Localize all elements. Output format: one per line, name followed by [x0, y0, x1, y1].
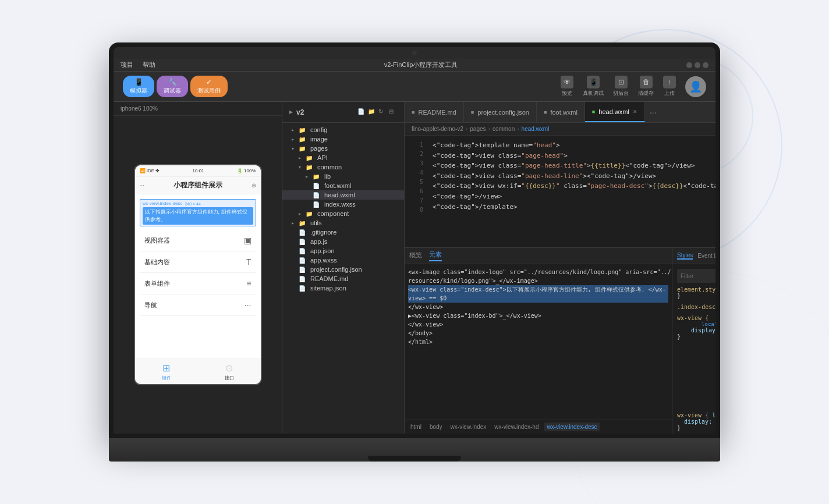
- inspector-tab[interactable]: Styles: [677, 252, 693, 260]
- tree-item-name: .gitignore: [310, 229, 336, 236]
- tree-item[interactable]: 📄foot.wxml: [282, 181, 404, 190]
- tree-item-name: project.config.json: [310, 266, 362, 273]
- tree-file-icon: 📁: [306, 211, 313, 217]
- close-button[interactable]: [703, 62, 708, 68]
- bottom-area: 概览 元素 <wx-image class="index-logo" src="…: [405, 247, 715, 434]
- html-preview-line: </wx-view>: [408, 320, 668, 329]
- tab-icon: ■: [544, 109, 547, 115]
- preview-tab-overview[interactable]: 概览: [409, 251, 422, 261]
- code-content[interactable]: <"code-tag">template name="head"> <"code…: [426, 136, 715, 247]
- toolbar: 📱 模拟器 🔧 调试器 ✓ 测试用例 👁: [114, 72, 715, 102]
- phone-list-item[interactable]: 视图容器▣: [140, 230, 256, 251]
- phone-list-item[interactable]: 导航···: [140, 294, 256, 316]
- tree-item-name: common: [317, 164, 342, 171]
- tree-chevron-icon: ▸: [306, 174, 310, 179]
- dom-breadcrumb-tab[interactable]: body: [427, 423, 445, 431]
- tree-item[interactable]: 📄app.js: [282, 237, 404, 246]
- code-line: <"code-tag">view class="page-head-line">…: [433, 171, 708, 182]
- tree-item-name: lib: [324, 173, 331, 180]
- simulator-panel: iphone6 100% 📶 IDE ✤ 10:01 🔋 100% ···: [114, 102, 282, 434]
- tree-item[interactable]: 📄.gitignore: [282, 228, 404, 237]
- tree-item[interactable]: 📄index.wxss: [282, 200, 404, 209]
- clear-cache-action[interactable]: 🗑 清缓存: [638, 76, 654, 97]
- editor-tab[interactable]: ■README.md: [405, 102, 464, 122]
- preview-tab-elements[interactable]: 元素: [429, 250, 442, 261]
- tree-item[interactable]: 📄app.wxss: [282, 255, 404, 265]
- menu-project[interactable]: 项目: [121, 61, 133, 69]
- toolbar-actions: 👁 预览 📱 真机调试 ⊡ 切后台 🗑 清缓存: [561, 76, 706, 97]
- tree-item[interactable]: 📄project.config.json: [282, 265, 404, 274]
- simulator-header: iphone6 100%: [114, 102, 282, 116]
- tree-item[interactable]: 📄app.json: [282, 246, 404, 255]
- tree-item[interactable]: 📄head.wxml: [282, 190, 404, 200]
- dom-breadcrumb-tab[interactable]: html: [408, 423, 424, 431]
- tree-file-icon: 📄: [299, 276, 306, 282]
- cut-backend-action[interactable]: ⊡ 切后台: [613, 76, 629, 97]
- mode-debug-button[interactable]: 🔧 调试器: [157, 76, 188, 97]
- tree-item-name: foot.wxml: [324, 182, 351, 189]
- tree-item-name: utils: [310, 219, 322, 226]
- tree-chevron-icon: ▾: [299, 165, 303, 170]
- tree-file-icon: 📄: [299, 267, 306, 273]
- tree-item[interactable]: ▸📁image: [282, 134, 404, 144]
- menu-help[interactable]: 帮助: [143, 61, 155, 69]
- tabs-more-button[interactable]: ···: [645, 108, 661, 117]
- new-file-icon[interactable]: 📄: [357, 108, 366, 116]
- tree-item[interactable]: ▸📁component: [282, 209, 404, 218]
- tab-close-icon[interactable]: ✕: [633, 109, 637, 115]
- code-line: [433, 212, 708, 222]
- line-number: 7: [407, 196, 423, 205]
- nav-components[interactable]: ⊞ 组件: [162, 363, 171, 381]
- phone-list-item[interactable]: 基础内容T: [140, 251, 256, 273]
- editor-tab[interactable]: ■foot.wxml: [537, 102, 585, 122]
- filter-input[interactable]: [681, 273, 715, 279]
- tree-item[interactable]: 📄sitemap.json: [282, 283, 404, 293]
- tree-item[interactable]: ▾📁pages: [282, 144, 404, 153]
- preview-action[interactable]: 👁 预览: [561, 76, 573, 97]
- phone-list: 视图容器▣基础内容T表单组件≡导航···: [140, 230, 256, 316]
- html-preview-line: ▶<wx-view class="index-bd">_</wx-view>: [408, 311, 668, 320]
- tree-item[interactable]: ▾📁common: [282, 162, 404, 172]
- menu-bar: 项目 帮助 v2-FinClip小程序开发工具: [114, 59, 715, 72]
- debug-icon: 🔧: [168, 78, 177, 86]
- preview-tab-bar: 概览 元素: [405, 248, 672, 264]
- new-folder-icon[interactable]: 📁: [368, 108, 376, 116]
- mode-buttons: 📱 模拟器 🔧 调试器 ✓ 测试用例: [123, 76, 228, 97]
- bottom-styles: wx-view { localfile:/.index.css:2 displa…: [672, 410, 715, 434]
- minimize-button[interactable]: [686, 62, 692, 68]
- tree-item[interactable]: ▸📁config: [282, 125, 404, 134]
- mode-simulator-button[interactable]: 📱 模拟器: [123, 76, 154, 97]
- style-rule: element.style {}: [677, 286, 715, 299]
- nav-interface[interactable]: ⊙ 接口: [225, 363, 234, 381]
- tree-file-icon: 📄: [313, 192, 320, 198]
- dom-breadcrumb-tab[interactable]: wx-view.index: [448, 423, 489, 431]
- bottom-style-content: wx-view { localfile:/.index.css:2 displa…: [677, 412, 715, 431]
- dom-breadcrumb-tab[interactable]: wx-view.index-desc: [544, 423, 599, 431]
- status-right: 🔋 100%: [237, 168, 256, 173]
- collapse-icon[interactable]: ⊟: [389, 108, 397, 116]
- user-avatar[interactable]: 👤: [685, 76, 706, 97]
- tree-item[interactable]: 📄README.md: [282, 274, 404, 283]
- tree-item-name: API: [317, 154, 328, 161]
- tree-item[interactable]: ▸📁utils: [282, 218, 404, 228]
- editor-tab[interactable]: ■head.wxml✕: [585, 102, 645, 122]
- phone-list-item[interactable]: 表单组件≡: [140, 273, 256, 294]
- upload-label: 上传: [664, 90, 675, 97]
- refresh-icon[interactable]: ↻: [378, 108, 387, 116]
- tree-item[interactable]: ▸📁lib: [282, 172, 404, 181]
- inspector-tab[interactable]: Event Listeners: [697, 253, 715, 259]
- tree-chevron-icon: ▸: [299, 155, 303, 161]
- upload-action[interactable]: ↑ 上传: [663, 76, 676, 97]
- editor-tab[interactable]: ■project.config.json: [464, 102, 537, 122]
- cut-backend-label: 切后台: [613, 90, 629, 97]
- dom-breadcrumb-tab[interactable]: wx-view.index-hd: [492, 423, 541, 431]
- tree-file-icon: 📁: [299, 145, 306, 152]
- html-preview-line: resources/kind/logo.png">_</wx-image>: [408, 276, 668, 285]
- file-tree-title: v2: [296, 108, 304, 116]
- tab-bar: ■README.md■project.config.json■foot.wxml…: [405, 102, 715, 123]
- phone-title-bar: ··· 小程序组件展示 ⊕: [135, 177, 261, 194]
- real-machine-action[interactable]: 📱 真机调试: [583, 76, 604, 97]
- mode-test-button[interactable]: ✓ 测试用例: [190, 76, 228, 97]
- tree-item[interactable]: ▸📁API: [282, 153, 404, 162]
- maximize-button[interactable]: [695, 62, 700, 68]
